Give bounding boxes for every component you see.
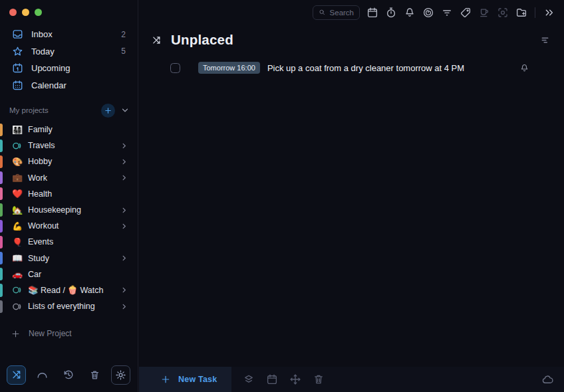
projects-list: 👨‍👩‍👧‍👦 Family Travels 🎨 Hobby 💼 [0, 122, 138, 314]
project-color-strip [0, 203, 3, 216]
focus-icon[interactable] [496, 6, 509, 19]
palette-emoji-icon: 🎨 [12, 157, 28, 166]
project-label: Car [28, 270, 41, 279]
sidebar-item-calendar[interactable]: Calendar [0, 77, 138, 94]
chevron-right-icon[interactable] [120, 254, 128, 262]
move-icon[interactable] [289, 373, 301, 385]
search-icon [319, 9, 326, 16]
car-emoji-icon: 🚗 [12, 270, 28, 278]
settings-button[interactable] [111, 365, 130, 385]
project-color-strip [0, 171, 3, 184]
project-color-strip [0, 252, 3, 264]
chevron-right-icon[interactable] [120, 158, 128, 165]
progress-ring-icon [12, 285, 28, 295]
chevron-right-icon[interactable] [120, 207, 128, 214]
project-color-strip [0, 155, 3, 168]
arc-view-button[interactable] [33, 365, 52, 385]
sort-lines-icon[interactable] [539, 35, 551, 46]
sidebar-project-housekeeping[interactable]: 🏡 Housekeeping [0, 202, 138, 218]
trash-button[interactable] [85, 365, 104, 385]
search-input[interactable]: Search [313, 5, 360, 20]
projects-header: My projects [0, 102, 138, 118]
history-button[interactable] [59, 365, 78, 385]
trash-icon[interactable] [313, 373, 325, 385]
sidebar-project-health[interactable]: ❤️ Health [0, 186, 138, 202]
sidebar-project-work[interactable]: 💼 Work [0, 170, 138, 186]
briefcase-emoji-icon: 💼 [12, 173, 28, 182]
upcoming-calendar-icon [12, 62, 23, 74]
inbox-icon [12, 29, 23, 40]
nav-count-badge: 5 [121, 47, 126, 56]
project-color-strip [0, 236, 3, 248]
chevron-right-icon[interactable] [120, 174, 128, 181]
topbar-divider [535, 7, 535, 18]
chevron-right-icon[interactable] [120, 223, 128, 230]
layers-icon[interactable] [243, 373, 255, 385]
sidebar-project-read-watch[interactable]: 📚 Read / 🍿 Watch [0, 282, 138, 298]
new-task-button[interactable]: New Task [139, 367, 231, 392]
task-date-badge[interactable]: Tomorrow 16:00 [198, 62, 260, 74]
sidebar-project-hobby[interactable]: 🎨 Hobby [0, 153, 138, 169]
add-project-button[interactable] [101, 104, 115, 118]
reminder-bell-icon[interactable] [519, 63, 529, 73]
cloud-sync-icon[interactable] [541, 373, 554, 386]
new-project-button[interactable]: New Project [0, 326, 138, 342]
bell-icon[interactable] [403, 6, 416, 19]
chevron-right-icon[interactable] [120, 303, 128, 310]
cup-icon[interactable] [478, 6, 490, 19]
calendar-icon[interactable] [266, 373, 278, 385]
progress-ring-icon [12, 302, 28, 312]
sidebar-project-study[interactable]: 📖 Study [0, 250, 138, 266]
shuffle-icon [11, 369, 22, 380]
content-header: Unplaced [139, 25, 564, 48]
sidebar-project-car[interactable]: 🚗 Car [0, 266, 138, 282]
family-emoji-icon: 👨‍👩‍👧‍👦 [12, 126, 28, 134]
nav-count-badge: 2 [121, 30, 126, 39]
projects-header-label: My projects [9, 106, 49, 114]
close-window-button[interactable] [9, 9, 17, 16]
unplaced-view-button[interactable] [7, 365, 26, 385]
task-checkbox[interactable] [170, 63, 180, 73]
sidebar-item-inbox[interactable]: Inbox 2 [0, 26, 138, 43]
new-project-label: New Project [29, 329, 72, 338]
sidebar-project-workout[interactable]: 💪 Workout [0, 218, 138, 234]
chevron-right-icon[interactable] [120, 286, 128, 294]
search-placeholder: Search [330, 9, 354, 17]
nav-label: Inbox [31, 29, 53, 39]
sidebar-item-upcoming[interactable]: Upcoming [0, 60, 138, 77]
folder-plus-icon[interactable] [515, 6, 527, 19]
star-icon [12, 46, 23, 57]
double-chevron-right-icon[interactable] [543, 6, 555, 19]
project-color-strip [0, 284, 3, 296]
project-label: Hobby [28, 157, 52, 166]
heart-emoji-icon: ❤️ [12, 189, 28, 198]
calendar-icon[interactable] [366, 6, 378, 19]
sidebar-project-family[interactable]: 👨‍👩‍👧‍👦 Family [0, 122, 138, 138]
project-label: Work [28, 173, 47, 183]
project-color-strip [0, 220, 3, 233]
sidebar-project-events[interactable]: 🎈 Events [0, 234, 138, 250]
sidebar-project-lists-of-everything[interactable]: Lists of everything [0, 298, 138, 314]
sidebar-item-today[interactable]: Today 5 [0, 43, 138, 60]
zoom-window-button[interactable] [35, 9, 42, 16]
gear-icon [115, 369, 126, 381]
project-label: Family [28, 125, 53, 134]
task-title: Pick up a coat from a dry cleaner tomorr… [267, 63, 464, 73]
project-label: Travels [28, 141, 55, 150]
window-controls [0, 0, 138, 16]
nav-label: Calendar [31, 80, 67, 90]
project-color-strip [0, 124, 3, 136]
task-row[interactable]: Tomorrow 16:00 Pick up a coat from a dry… [170, 62, 529, 74]
timer-icon[interactable] [384, 6, 397, 19]
project-label: Events [28, 237, 53, 246]
page-title: Unplaced [171, 32, 233, 48]
project-label: Health [28, 189, 52, 199]
collapse-projects-button[interactable] [121, 106, 129, 114]
minimize-window-button[interactable] [22, 9, 29, 16]
filter-icon[interactable] [440, 6, 453, 19]
spiral-icon[interactable] [422, 6, 434, 19]
tag-icon[interactable] [459, 6, 472, 19]
topbar: Search [139, 0, 564, 25]
sidebar-project-travels[interactable]: Travels [0, 138, 138, 153]
chevron-right-icon[interactable] [120, 142, 128, 149]
